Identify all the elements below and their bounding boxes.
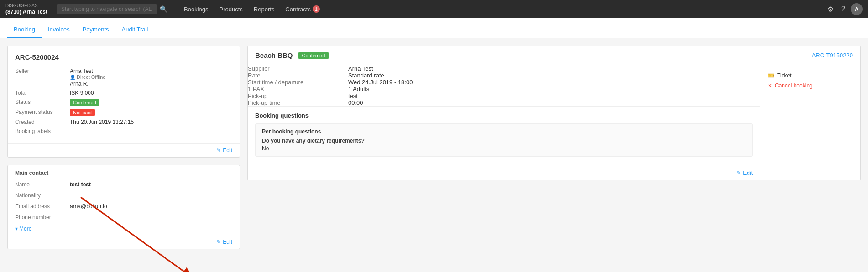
disguised-user-name: (8710) Arna Test bbox=[5, 9, 51, 15]
global-search-input[interactable] bbox=[57, 4, 157, 14]
booking-labels-label: Booking labels bbox=[15, 128, 70, 134]
product-card-footer: ✎ Edit bbox=[248, 166, 760, 180]
edit-icon-contact: ✎ bbox=[216, 239, 221, 245]
cancel-booking-button[interactable]: ✕ Cancel booking bbox=[768, 81, 813, 91]
contact-email-value: arna@bokun.io bbox=[63, 201, 240, 212]
detail-value-3: 1 Adults bbox=[348, 86, 760, 92]
payment-status-value: Not paid bbox=[70, 109, 232, 116]
contact-phone-row: Phone number bbox=[8, 212, 240, 223]
contact-edit-button[interactable]: ✎ Edit bbox=[216, 239, 232, 245]
detail-value-0: Arna Test bbox=[348, 65, 760, 72]
product-title-area: Beach BBQ Confirmed bbox=[255, 51, 329, 59]
booking-info-edit-button[interactable]: ✎ Edit bbox=[216, 147, 232, 154]
booking-id: ARC-5200024 bbox=[15, 53, 232, 61]
product-actions: 🎫 Ticket ✕ Cancel booking bbox=[760, 65, 860, 180]
contact-name-label: Name bbox=[8, 179, 63, 190]
seller-row: Seller Arna Test 👤 Direct Offline Arna R… bbox=[15, 67, 232, 88]
contact-name-row: Name test test bbox=[8, 179, 240, 190]
detail-label-2: Start time / departure bbox=[248, 79, 348, 86]
per-booking-questions-block: Per booking questions Do you have any di… bbox=[255, 123, 753, 157]
seller-value: Arna Test 👤 Direct Offline Arna R. bbox=[70, 68, 232, 87]
detail-value-4: test bbox=[348, 92, 760, 99]
product-details-section: Supplier Arna Test Rate Standard rate St… bbox=[248, 65, 760, 180]
seller-name: Arna Test bbox=[70, 68, 232, 74]
tab-audit-trail[interactable]: Audit Trail bbox=[115, 21, 155, 38]
cancel-icon: ✕ bbox=[768, 82, 772, 89]
booking-info-body: ARC-5200024 Seller Arna Test 👤 Direct Of… bbox=[8, 46, 240, 143]
contact-table: Name test test Nationality Email address… bbox=[8, 179, 240, 223]
detail-value-1: Standard rate bbox=[348, 72, 760, 79]
search-icon-button[interactable]: 🔍 bbox=[157, 5, 170, 13]
top-navigation: DISGUISED AS (8710) Arna Test 🔍 Bookings… bbox=[0, 0, 868, 18]
product-edit-button[interactable]: ✎ Edit bbox=[737, 170, 753, 176]
contact-name-value: test test bbox=[63, 179, 240, 190]
product-details-grid: Supplier Arna Test Rate Standard rate St… bbox=[248, 65, 760, 107]
contact-phone-value bbox=[63, 212, 240, 223]
detail-label-4: Pick-up bbox=[248, 92, 348, 99]
contact-nationality-label: Nationality bbox=[8, 190, 63, 201]
more-link[interactable]: ▾ More bbox=[8, 223, 240, 235]
contracts-badge: 1 bbox=[313, 5, 320, 13]
seller-person: Arna R. bbox=[70, 81, 232, 87]
help-icon-button[interactable]: ? bbox=[839, 4, 847, 14]
booking-info-card: ARC-5200024 Seller Arna Test 👤 Direct Of… bbox=[7, 46, 240, 158]
answer-text: No bbox=[262, 145, 746, 152]
seller-label: Seller bbox=[15, 68, 70, 74]
ticket-button[interactable]: 🎫 Ticket bbox=[768, 71, 792, 81]
product-card: Beach BBQ Confirmed ARC-T9150220 Supplie… bbox=[247, 46, 861, 180]
payment-status-label: Payment status bbox=[15, 109, 70, 115]
created-value: Thu 20.Jun 2019 13:27:15 bbox=[70, 119, 232, 125]
nav-products[interactable]: Products bbox=[214, 4, 247, 15]
status-badge: Confirmed bbox=[70, 99, 99, 106]
main-content: ARC-5200024 Seller Arna Test 👤 Direct Of… bbox=[0, 38, 868, 272]
product-status-badge: Confirmed bbox=[298, 52, 329, 59]
detail-label-5: Pick-up time bbox=[248, 99, 348, 106]
left-panel: ARC-5200024 Seller Arna Test 👤 Direct Of… bbox=[7, 46, 240, 265]
payment-status-row: Payment status Not paid bbox=[15, 108, 232, 118]
status-label: Status bbox=[15, 99, 70, 105]
detail-label-1: Rate bbox=[248, 72, 348, 79]
total-label: Total bbox=[15, 90, 70, 96]
disguised-as-info: DISGUISED AS (8710) Arna Test bbox=[5, 3, 51, 15]
detail-value-2: Wed 24.Jul 2019 - 18:00 bbox=[348, 79, 760, 86]
offline-icon: 👤 bbox=[70, 75, 75, 80]
main-contact-title: Main contact bbox=[8, 165, 240, 179]
contact-card-footer: ✎ Edit bbox=[8, 235, 240, 249]
booking-info-footer: ✎ Edit bbox=[8, 143, 240, 157]
edit-icon-product: ✎ bbox=[737, 170, 741, 176]
tabs-bar: Booking Invoices Payments Audit Trail bbox=[0, 18, 868, 38]
total-value: ISK 9,000 bbox=[70, 90, 232, 96]
created-label: Created bbox=[15, 119, 70, 125]
edit-icon: ✎ bbox=[216, 147, 221, 154]
detail-value-5: 00:00 bbox=[348, 99, 760, 106]
user-avatar[interactable]: A bbox=[851, 3, 863, 15]
booking-labels-row: Booking labels bbox=[15, 127, 232, 136]
per-booking-title: Per booking questions bbox=[262, 128, 746, 135]
main-contact-card: Main contact Name test test Nationality … bbox=[7, 165, 240, 249]
contact-email-row: Email address arna@bokun.io bbox=[8, 201, 240, 212]
contact-nationality-row: Nationality bbox=[8, 190, 240, 201]
nav-bookings[interactable]: Bookings bbox=[179, 4, 213, 15]
tab-payments[interactable]: Payments bbox=[76, 21, 115, 38]
seller-status: 👤 Direct Offline bbox=[70, 74, 232, 80]
tab-booking[interactable]: Booking bbox=[7, 21, 42, 38]
status-row: Status Confirmed bbox=[15, 98, 232, 108]
contact-nationality-value bbox=[63, 190, 240, 201]
right-panel: Beach BBQ Confirmed ARC-T9150220 Supplie… bbox=[247, 46, 861, 265]
detail-label-0: Supplier bbox=[248, 65, 348, 72]
nav-reports[interactable]: Reports bbox=[249, 4, 279, 15]
disguised-as-label: DISGUISED AS bbox=[5, 3, 51, 9]
question-text: Do you have any dietary requirements? bbox=[262, 138, 746, 144]
total-row: Total ISK 9,000 bbox=[15, 88, 232, 98]
chevron-down-icon: ▾ bbox=[15, 226, 18, 232]
payment-status-badge: Not paid bbox=[70, 109, 95, 116]
settings-icon-button[interactable]: ⚙ bbox=[826, 4, 836, 15]
product-link[interactable]: ARC-T9150220 bbox=[812, 52, 853, 59]
tab-invoices[interactable]: Invoices bbox=[42, 21, 76, 38]
nav-contracts[interactable]: Contracts 1 bbox=[281, 4, 324, 15]
product-header: Beach BBQ Confirmed ARC-T9150220 bbox=[248, 46, 860, 65]
booking-questions-title: Booking questions bbox=[255, 112, 753, 119]
booking-questions-section: Booking questions Per booking questions … bbox=[248, 107, 760, 166]
product-main-row: Supplier Arna Test Rate Standard rate St… bbox=[248, 65, 860, 180]
ticket-icon: 🎫 bbox=[768, 72, 774, 79]
